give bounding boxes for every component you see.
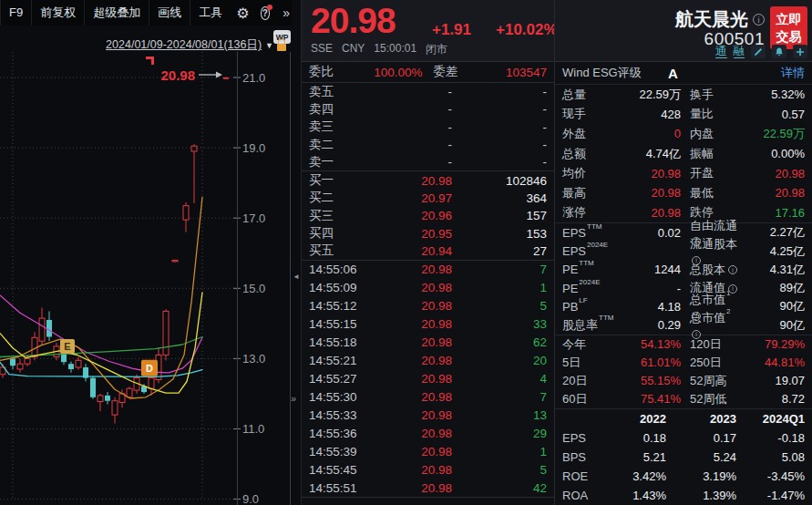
financial-2024q1: -1.47% — [736, 489, 805, 502]
stat-row: 现手 428 量比 0.57 — [555, 105, 812, 125]
metric-label-1: 股息率TTM — [562, 317, 628, 334]
ask-row[interactable]: 卖一 - - — [302, 153, 554, 170]
metric-value-1: 1244 — [628, 263, 681, 276]
metric-value-2: 4.31亿 — [741, 262, 805, 278]
date-range-selector[interactable]: 2024/01/09-2024/08/01(136日) ▼ — [106, 38, 286, 52]
ask-row[interactable]: 卖三 - - — [302, 119, 554, 136]
financial-row: BPS 5.21 5.24 5.08 — [555, 448, 812, 467]
row-volume: 364 — [452, 191, 547, 205]
bid-row[interactable]: 买三 20.96 157 — [302, 207, 554, 224]
row-price: 20.98 — [373, 317, 452, 331]
stat-row: 均价 20.98 开盘 20.98 — [555, 163, 812, 183]
row-price: 20.98 — [373, 281, 452, 294]
toolbar-super-overlay[interactable]: 超级叠加 — [84, 0, 149, 26]
stat-value-1: 75.41% — [615, 392, 681, 406]
diff-value: 103547 — [476, 66, 548, 79]
row-price: 20.98 — [373, 445, 452, 459]
stat-value-1: 428 — [615, 108, 681, 121]
lock-icon[interactable] — [277, 44, 286, 51]
panel-collapse-arrow[interactable]: ◄ — [293, 273, 300, 281]
row-volume: 62 — [452, 335, 547, 349]
financial-header-2023: 2023 — [666, 412, 736, 426]
metric-value-2: 2.27亿 — [741, 224, 805, 241]
row-label: 14:55:06 — [309, 263, 373, 276]
row-price: 20.98 — [373, 372, 452, 386]
trade-button-line2: 交易 — [776, 28, 802, 46]
connect-badge[interactable]: 通 — [715, 46, 727, 58]
row-volume: 13 — [452, 408, 547, 422]
metric-label-2: 总股本i — [690, 262, 741, 278]
alert-bell-icon[interactable] — [772, 45, 786, 58]
help-icon[interactable]: ? — [261, 6, 271, 20]
stat-label-2: 换手 — [690, 87, 741, 103]
row-price: 20.98 — [373, 427, 452, 440]
tick-row: 14:55:33 20.98 13 — [302, 406, 554, 424]
esg-detail-link[interactable]: 详情 — [781, 65, 805, 81]
row-volume: 1 — [452, 445, 547, 459]
toolbar-tools[interactable]: 工具 — [190, 0, 231, 26]
info-icon[interactable]: i — [753, 14, 765, 26]
stat-value-1: 55.15% — [615, 374, 681, 387]
row-volume: 5 — [452, 463, 547, 477]
edit-pencil-icon[interactable] — [751, 45, 766, 58]
row-label: 14:55:39 — [309, 445, 373, 459]
row-volume: 4 — [452, 372, 547, 386]
svg-text:20.98: 20.98 — [160, 67, 195, 83]
stat-value-2: 44.81% — [741, 356, 805, 369]
metric-value-2: 90亿 — [741, 298, 805, 314]
toolbar-f9[interactable]: F9 — [0, 0, 31, 26]
svg-text:15.0: 15.0 — [242, 282, 265, 295]
stat-value-1: 0 — [615, 127, 681, 140]
financial-2022: 3.42% — [608, 469, 666, 483]
current-price-tag: 20.98 — [146, 57, 229, 83]
fundamental-row: EPSTTM 0.02 自由流通i 2.27亿 — [555, 223, 812, 242]
tick-row: 14:55:21 20.98 20 — [302, 352, 554, 370]
fundamental-row: PETTM 1244 总股本i 4.31亿 — [555, 261, 812, 279]
toolbar-forward-adjust[interactable]: 前复权 — [31, 0, 84, 26]
stat-value-1: 20.98 — [615, 206, 681, 220]
kline-chart[interactable]: 21.019.017.015.013.011.09.0ED20.98 — [0, 52, 301, 505]
row-price: 20.98 — [373, 335, 452, 349]
stat-label-1: 现手 — [562, 106, 615, 122]
svg-text:21.0: 21.0 — [242, 71, 265, 85]
row-label: 卖五 — [309, 84, 365, 100]
row-price: - — [365, 155, 452, 169]
ma-green — [0, 337, 202, 357]
stat-value-2: 0.57 — [741, 108, 805, 121]
ask-row[interactable]: 卖二 - - — [302, 136, 554, 153]
ask-row[interactable]: 卖五 - - — [302, 83, 554, 100]
add-plus-icon[interactable] — [793, 45, 807, 58]
info-icon[interactable]: i — [728, 265, 737, 274]
panel-expand-chevrons[interactable]: » — [291, 393, 296, 404]
row-price: 20.98 — [373, 481, 452, 495]
toolbar-more-chevrons[interactable]: » — [275, 5, 292, 20]
stat-value-2: 8.72 — [741, 392, 805, 406]
stat-value-1: 20.98 — [615, 186, 681, 200]
financial-metric: ROA — [562, 489, 608, 502]
bid-row[interactable]: 买一 20.98 102846 — [302, 171, 554, 189]
metric-value-1: 0.02 — [628, 226, 681, 240]
row-volume: 157 — [452, 209, 547, 222]
settings-gear-icon[interactable]: ⚙ — [236, 5, 249, 22]
row-volume: 7 — [452, 390, 547, 404]
row-price: 20.98 — [373, 408, 452, 422]
stat-label-2: 52周低 — [690, 391, 741, 407]
row-price: 20.96 — [365, 209, 452, 222]
app-root: F9 前复权 超级叠加 画线 工具 ⚙ ? » WP 2024/01/09-20… — [0, 0, 812, 505]
ask-row[interactable]: 卖四 - - — [302, 100, 554, 118]
svg-text:13.0: 13.0 — [242, 352, 265, 366]
bid-row[interactable]: 买五 20.94 27 — [302, 242, 554, 260]
toolbar-draw-line[interactable]: 画线 — [149, 0, 190, 26]
caret-down-icon[interactable]: ▼ — [265, 41, 273, 50]
row-label: 买一 — [309, 172, 365, 189]
trade-now-button[interactable]: 立即 交易 — [770, 6, 807, 49]
esg-label: Wind ESG评级 — [562, 65, 642, 81]
margin-badge[interactable]: 融 — [734, 46, 745, 58]
date-range-label[interactable]: 2024/01/09-2024/08/01(136日) — [106, 37, 262, 53]
bid-row[interactable]: 买二 20.97 364 — [302, 190, 554, 207]
metric-label-1: PETTM — [562, 263, 628, 276]
performance-row: 今年 54.13% 120日 79.29% — [555, 335, 812, 354]
row-label: 14:55:18 — [309, 335, 373, 349]
esg-rating-value: A — [668, 66, 678, 81]
bid-row[interactable]: 买四 20.95 153 — [302, 224, 554, 242]
